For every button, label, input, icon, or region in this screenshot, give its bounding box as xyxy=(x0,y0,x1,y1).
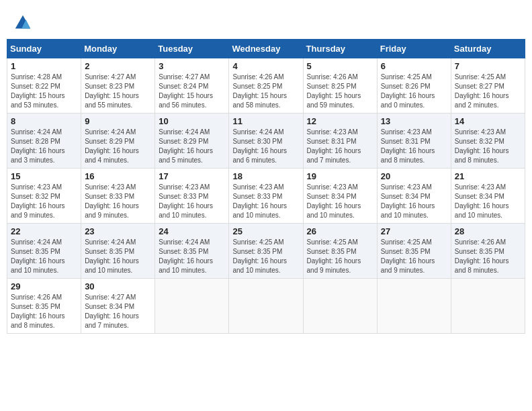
day-number: 4 xyxy=(232,61,299,71)
calendar-cell: 9Sunrise: 4:24 AM Sunset: 8:29 PM Daylig… xyxy=(81,113,155,169)
day-number: 16 xyxy=(85,171,151,181)
calendar-cell: 22Sunrise: 4:24 AM Sunset: 8:35 PM Dayli… xyxy=(7,224,81,279)
day-info: Sunrise: 4:24 AM Sunset: 8:35 PM Dayligh… xyxy=(159,238,225,275)
day-number: 23 xyxy=(85,226,151,236)
day-info: Sunrise: 4:25 AM Sunset: 8:35 PM Dayligh… xyxy=(307,238,373,275)
day-number: 19 xyxy=(307,171,373,181)
day-number: 9 xyxy=(85,116,151,126)
calendar-cell: 23Sunrise: 4:24 AM Sunset: 8:35 PM Dayli… xyxy=(81,224,155,279)
day-info: Sunrise: 4:24 AM Sunset: 8:35 PM Dayligh… xyxy=(85,238,151,275)
day-info: Sunrise: 4:25 AM Sunset: 8:26 PM Dayligh… xyxy=(381,73,447,110)
day-number: 28 xyxy=(455,226,521,236)
calendar-cell: 2Sunrise: 4:27 AM Sunset: 8:23 PM Daylig… xyxy=(81,58,155,113)
day-info: Sunrise: 4:24 AM Sunset: 8:35 PM Dayligh… xyxy=(11,238,77,275)
calendar-cell: 4Sunrise: 4:26 AM Sunset: 8:25 PM Daylig… xyxy=(229,58,303,113)
day-number: 30 xyxy=(85,281,151,291)
calendar-cell: 30Sunrise: 4:27 AM Sunset: 8:34 PM Dayli… xyxy=(81,279,155,334)
weekday-header-friday: Friday xyxy=(377,40,451,58)
day-info: Sunrise: 4:26 AM Sunset: 8:35 PM Dayligh… xyxy=(455,238,521,275)
calendar-week-row: 1Sunrise: 4:28 AM Sunset: 8:22 PM Daylig… xyxy=(7,58,525,113)
day-info: Sunrise: 4:25 AM Sunset: 8:35 PM Dayligh… xyxy=(381,238,447,275)
day-info: Sunrise: 4:23 AM Sunset: 8:31 PM Dayligh… xyxy=(307,128,373,165)
weekday-header-saturday: Saturday xyxy=(451,40,525,58)
day-number: 25 xyxy=(232,226,299,236)
calendar-cell: 16Sunrise: 4:23 AM Sunset: 8:33 PM Dayli… xyxy=(81,169,155,224)
calendar-cell: 20Sunrise: 4:23 AM Sunset: 8:34 PM Dayli… xyxy=(377,169,451,224)
weekday-header-tuesday: Tuesday xyxy=(155,40,229,58)
day-number: 6 xyxy=(381,61,447,71)
day-number: 18 xyxy=(232,171,299,181)
calendar-cell: 26Sunrise: 4:25 AM Sunset: 8:35 PM Dayli… xyxy=(303,224,377,279)
calendar-cell: 11Sunrise: 4:24 AM Sunset: 8:30 PM Dayli… xyxy=(229,113,303,169)
day-info: Sunrise: 4:27 AM Sunset: 8:23 PM Dayligh… xyxy=(85,73,151,110)
day-number: 12 xyxy=(307,116,373,126)
day-info: Sunrise: 4:23 AM Sunset: 8:34 PM Dayligh… xyxy=(381,183,447,220)
day-number: 20 xyxy=(381,171,447,181)
day-info: Sunrise: 4:24 AM Sunset: 8:28 PM Dayligh… xyxy=(11,128,77,165)
day-info: Sunrise: 4:23 AM Sunset: 8:34 PM Dayligh… xyxy=(307,183,373,220)
calendar-cell xyxy=(155,279,229,334)
calendar-cell: 3Sunrise: 4:27 AM Sunset: 8:24 PM Daylig… xyxy=(155,58,229,113)
calendar-cell: 28Sunrise: 4:26 AM Sunset: 8:35 PM Dayli… xyxy=(451,224,525,279)
logo xyxy=(13,13,35,32)
day-number: 7 xyxy=(455,61,521,71)
calendar-cell xyxy=(451,279,525,334)
calendar-cell: 12Sunrise: 4:23 AM Sunset: 8:31 PM Dayli… xyxy=(303,113,377,169)
day-info: Sunrise: 4:26 AM Sunset: 8:25 PM Dayligh… xyxy=(232,73,299,110)
calendar-cell xyxy=(377,279,451,334)
day-number: 14 xyxy=(455,116,521,126)
logo-icon xyxy=(13,13,32,32)
weekday-header-thursday: Thursday xyxy=(303,40,377,58)
day-number: 22 xyxy=(11,226,77,236)
calendar-week-row: 29Sunrise: 4:26 AM Sunset: 8:35 PM Dayli… xyxy=(7,279,525,334)
calendar-cell: 29Sunrise: 4:26 AM Sunset: 8:35 PM Dayli… xyxy=(7,279,81,334)
calendar-cell: 15Sunrise: 4:23 AM Sunset: 8:32 PM Dayli… xyxy=(7,169,81,224)
day-number: 29 xyxy=(11,281,77,291)
calendar-cell: 27Sunrise: 4:25 AM Sunset: 8:35 PM Dayli… xyxy=(377,224,451,279)
calendar-cell xyxy=(303,279,377,334)
day-number: 11 xyxy=(232,116,299,126)
day-info: Sunrise: 4:24 AM Sunset: 8:29 PM Dayligh… xyxy=(85,128,151,165)
day-info: Sunrise: 4:23 AM Sunset: 8:33 PM Dayligh… xyxy=(232,183,299,220)
day-number: 24 xyxy=(159,226,225,236)
day-number: 27 xyxy=(381,226,447,236)
page-header xyxy=(7,7,525,36)
calendar-week-row: 8Sunrise: 4:24 AM Sunset: 8:28 PM Daylig… xyxy=(7,113,525,169)
calendar-week-row: 22Sunrise: 4:24 AM Sunset: 8:35 PM Dayli… xyxy=(7,224,525,279)
day-info: Sunrise: 4:26 AM Sunset: 8:35 PM Dayligh… xyxy=(11,293,77,330)
calendar-cell: 17Sunrise: 4:23 AM Sunset: 8:33 PM Dayli… xyxy=(155,169,229,224)
day-number: 8 xyxy=(11,116,77,126)
calendar-cell: 8Sunrise: 4:24 AM Sunset: 8:28 PM Daylig… xyxy=(7,113,81,169)
calendar-week-row: 15Sunrise: 4:23 AM Sunset: 8:32 PM Dayli… xyxy=(7,169,525,224)
calendar-cell: 7Sunrise: 4:25 AM Sunset: 8:27 PM Daylig… xyxy=(451,58,525,113)
day-info: Sunrise: 4:23 AM Sunset: 8:32 PM Dayligh… xyxy=(11,183,77,220)
day-info: Sunrise: 4:27 AM Sunset: 8:34 PM Dayligh… xyxy=(85,293,151,330)
day-info: Sunrise: 4:25 AM Sunset: 8:35 PM Dayligh… xyxy=(232,238,299,275)
day-number: 3 xyxy=(159,61,225,71)
day-number: 26 xyxy=(307,226,373,236)
calendar-cell: 25Sunrise: 4:25 AM Sunset: 8:35 PM Dayli… xyxy=(229,224,303,279)
calendar-cell: 18Sunrise: 4:23 AM Sunset: 8:33 PM Dayli… xyxy=(229,169,303,224)
calendar-cell: 13Sunrise: 4:23 AM Sunset: 8:31 PM Dayli… xyxy=(377,113,451,169)
calendar-cell xyxy=(229,279,303,334)
day-number: 13 xyxy=(381,116,447,126)
day-info: Sunrise: 4:23 AM Sunset: 8:33 PM Dayligh… xyxy=(85,183,151,220)
weekday-header-row: SundayMondayTuesdayWednesdayThursdayFrid… xyxy=(7,40,525,58)
day-info: Sunrise: 4:24 AM Sunset: 8:30 PM Dayligh… xyxy=(232,128,299,165)
day-info: Sunrise: 4:26 AM Sunset: 8:25 PM Dayligh… xyxy=(307,73,373,110)
day-info: Sunrise: 4:23 AM Sunset: 8:34 PM Dayligh… xyxy=(455,183,521,220)
day-info: Sunrise: 4:28 AM Sunset: 8:22 PM Dayligh… xyxy=(11,73,77,110)
calendar-cell: 1Sunrise: 4:28 AM Sunset: 8:22 PM Daylig… xyxy=(7,58,81,113)
weekday-header-monday: Monday xyxy=(81,40,155,58)
calendar-cell: 21Sunrise: 4:23 AM Sunset: 8:34 PM Dayli… xyxy=(451,169,525,224)
calendar-cell: 5Sunrise: 4:26 AM Sunset: 8:25 PM Daylig… xyxy=(303,58,377,113)
calendar-cell: 24Sunrise: 4:24 AM Sunset: 8:35 PM Dayli… xyxy=(155,224,229,279)
day-info: Sunrise: 4:24 AM Sunset: 8:29 PM Dayligh… xyxy=(159,128,225,165)
weekday-header-sunday: Sunday xyxy=(7,40,81,58)
day-info: Sunrise: 4:23 AM Sunset: 8:33 PM Dayligh… xyxy=(159,183,225,220)
day-number: 15 xyxy=(11,171,77,181)
day-info: Sunrise: 4:27 AM Sunset: 8:24 PM Dayligh… xyxy=(159,73,225,110)
calendar-cell: 14Sunrise: 4:23 AM Sunset: 8:32 PM Dayli… xyxy=(451,113,525,169)
day-info: Sunrise: 4:23 AM Sunset: 8:31 PM Dayligh… xyxy=(381,128,447,165)
calendar-cell: 6Sunrise: 4:25 AM Sunset: 8:26 PM Daylig… xyxy=(377,58,451,113)
